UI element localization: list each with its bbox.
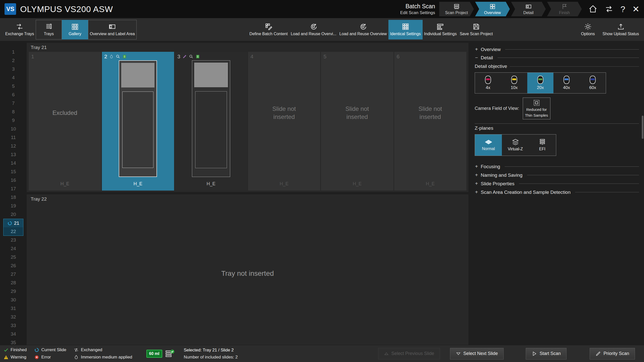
tray-number-14[interactable]: 14 [3,159,23,167]
tray-number-5[interactable]: 5 [3,82,23,90]
section-naming-and-saving[interactable]: + Naming and Saving [475,171,639,179]
section-overview[interactable]: + Overview [475,45,639,54]
mode-block: Batch Scan Edit Scan Settings [400,3,435,15]
scan-project-icon [453,3,460,10]
tray-number-34[interactable]: 34 [3,330,23,338]
tray-number-33[interactable]: 33 [3,321,23,330]
slide-cell-5[interactable]: 5 Slide not inserted H_E [321,52,393,191]
tray-number-11[interactable]: 11 [3,133,23,142]
toolbar-label: Load and Reuse Overview [339,32,387,36]
individual-settings-button[interactable]: Individual Settings [423,20,458,39]
slide-graphic [119,60,157,177]
section-scan-area-creation[interactable]: + Scan Area Creation and Sample Detectio… [475,188,639,196]
scan-region [195,91,227,168]
priority-scan-button[interactable]: Priority Scan [590,348,635,359]
tray-number-29[interactable]: 29 [3,287,23,296]
expander-icon: + [475,164,478,169]
camera-fov-button[interactable]: Reduced for Thin Samples [523,98,550,119]
zplane-label: EFI [539,147,545,151]
section-label: Slide Properties [481,181,514,187]
zplane-efi-button[interactable]: EFI [529,134,556,156]
load-reuse-overview-button-1[interactable]: Load and Reuse Overvi... [289,20,338,39]
slide-cell-4[interactable]: 4 Slide not inserted H_E [248,52,320,191]
collapsed-sections: + Focusing + Naming and Saving + Slide P… [475,162,639,196]
slide-status: Excluded [47,109,83,117]
tray-number-16[interactable]: 16 [3,176,23,185]
tray-number-9[interactable]: 9 [3,116,23,125]
zplane-efi-icon [539,139,546,145]
tray-number-35[interactable]: 35 [3,338,23,345]
objective-40x-button[interactable]: 40x [553,73,580,93]
tray-number-24[interactable]: 24 [3,244,23,253]
load-reuse-overview-button-2[interactable]: Load and Reuse Overview [338,20,388,39]
tray-number-31[interactable]: 31 [3,304,23,313]
zplane-virtualz-button[interactable]: Virtual-Z [502,134,529,156]
objective-20x-button[interactable]: 20x [527,73,553,93]
objective-60x-button[interactable]: 60x [580,73,606,93]
section-detail[interactable]: − Detail [475,54,639,62]
step-label: Overview [484,11,501,15]
tray-number-8[interactable]: 8 [3,108,23,116]
tray-number-23[interactable]: 23 [3,236,23,244]
tray-number-4[interactable]: 4 [3,73,23,82]
tray-number-30[interactable]: 30 [3,296,23,304]
tray-number-26[interactable]: 26 [3,261,23,270]
tray-number-12[interactable]: 12 [3,142,23,150]
tray-number-19[interactable]: 19 [3,202,23,210]
zplane-normal-button[interactable]: Normal [475,134,502,156]
slide-cell-2[interactable]: 2 H_E [102,52,174,191]
toolbar-label: Identical Settings [390,32,421,36]
tray-number-28[interactable]: 28 [3,279,23,287]
define-batch-content-button[interactable]: Define Batch Content [248,20,289,39]
tray-number-25[interactable]: 25 [3,253,23,261]
tray-number-15[interactable]: 15 [3,167,23,176]
help-icon[interactable]: ? [621,5,625,13]
select-previous-slide-button[interactable]: Select Previous Slide [378,348,440,359]
step-detail[interactable]: Detail [511,2,546,16]
toolbar-label: Show Upload Status [602,32,639,36]
step-overview[interactable]: Overview [475,2,510,16]
exchange-trays-button[interactable]: Exchange Trays [4,20,36,39]
tray-number-27[interactable]: 27 [3,270,23,279]
home-icon[interactable] [588,5,597,14]
tray-number-17[interactable]: 17 [3,185,23,193]
tray-number-20[interactable]: 20 [3,210,23,219]
zplanes-label: Z-planes [475,124,639,132]
overview-and-label-area-button[interactable]: Overview and Label Area [88,20,137,39]
step-scan-project[interactable]: Scan Project [439,2,474,16]
tray-number-22[interactable]: 22 [3,227,23,236]
tray-number-13[interactable]: 13 [3,150,23,159]
save-scan-project-button[interactable]: Save Scan Project [458,20,494,39]
tray-22-body: Tray not inserted [29,203,466,343]
title-bar: VS OLYMPUS VS200 ASW Batch Scan Edit Sca… [0,0,644,18]
section-focusing[interactable]: + Focusing [475,162,639,171]
objective-icon [564,76,570,84]
objective-4x-button[interactable]: 4x [475,73,501,93]
section-slide-properties[interactable]: + Slide Properties [475,179,639,188]
toolbar: Exchange Trays Trays Gallery Overview an… [0,18,644,41]
slide-cell-1[interactable]: 1 Excluded H_E [29,52,101,191]
select-next-slide-button[interactable]: Select Next Slide [450,348,504,359]
transfer-icon[interactable] [605,5,614,14]
tray-number-21[interactable]: 21 [3,219,23,227]
tray-number-32[interactable]: 32 [3,313,23,321]
gallery-button[interactable]: Gallery [62,20,88,39]
tray-number-3[interactable]: 3 [3,65,23,73]
panel-scrollbar[interactable] [642,116,643,139]
identical-settings-button[interactable]: Identical Settings [388,20,423,39]
tray-number-10[interactable]: 10 [3,125,23,133]
objective-10x-button[interactable]: 10x [501,73,527,93]
slide-cell-3[interactable]: 3 H_E [175,52,247,191]
tray-number-1[interactable]: 1 [3,48,23,56]
tray-number-18[interactable]: 18 [3,193,23,202]
options-button[interactable]: Options [575,20,601,39]
toolbar-far-group: Options Show Upload Status [575,20,640,39]
tray-number-6[interactable]: 6 [3,90,23,99]
trays-button[interactable]: Trays [36,20,62,39]
tray-number-2[interactable]: 2 [3,56,23,65]
start-scan-button[interactable]: Start Scan [526,348,567,359]
close-icon[interactable]: ✕ [632,5,640,13]
show-upload-status-button[interactable]: Show Upload Status [601,20,640,39]
slide-cell-6[interactable]: 6 Slide not inserted H_E [394,52,467,191]
tray-number-7[interactable]: 7 [3,99,23,108]
